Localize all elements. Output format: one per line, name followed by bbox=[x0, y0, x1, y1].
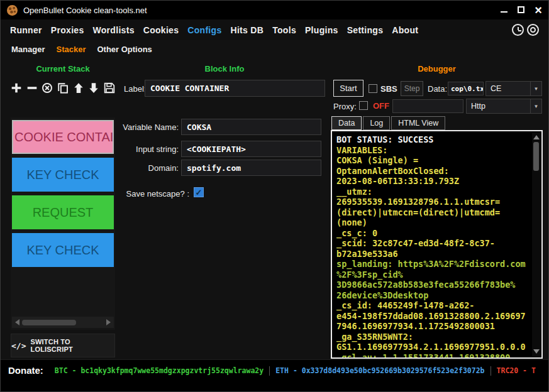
submenu-item-stacker[interactable]: Stacker bbox=[56, 45, 86, 54]
log-line: GS1.1.1696977934.2.1.1696977951.0.0.0 bbox=[336, 342, 537, 352]
data-caption: Data: bbox=[428, 84, 447, 94]
input-string-input[interactable]: <COOKIEPATH> bbox=[181, 141, 321, 157]
wordlist-type-value: CE bbox=[486, 84, 530, 93]
log-line: OptanonAlertBoxClosed: bbox=[336, 166, 537, 177]
submenu-item-manager[interactable]: Manager bbox=[11, 45, 45, 54]
log-line: b72a19e533a6 bbox=[336, 249, 537, 259]
add-block-icon[interactable] bbox=[11, 82, 22, 94]
stack-block-request[interactable]: REQUEST bbox=[12, 195, 114, 229]
log-line: sp_landing: https%3A%2F%2Fdiscord.com bbox=[336, 259, 537, 270]
start-button[interactable]: Start bbox=[333, 80, 363, 97]
cookie-app-icon bbox=[7, 5, 18, 16]
proxy-type-dropdown[interactable]: Http ▼ bbox=[466, 99, 542, 114]
scroll-left-icon[interactable] bbox=[15, 319, 19, 325]
submenu-item-other-options[interactable]: Other Options bbox=[97, 45, 152, 54]
tab-data[interactable]: Data bbox=[331, 116, 362, 130]
save-config-icon[interactable] bbox=[104, 82, 115, 94]
stack-block-label: KEY CHECK bbox=[26, 168, 99, 182]
scroll-up-icon[interactable] bbox=[533, 135, 540, 139]
debugger-header: Debugger bbox=[331, 64, 543, 74]
donate-bar: Donate: BTC - bc1qky3kfpmq7wwe55mdgzxpgz… bbox=[1, 359, 548, 391]
proxy-checkbox[interactable] bbox=[359, 101, 368, 110]
menu-item-configs[interactable]: Configs bbox=[187, 25, 221, 35]
block-label-input[interactable]: COOKIE CONTAINER bbox=[145, 80, 325, 97]
step-button[interactable]: Step bbox=[401, 81, 423, 96]
clone-block-icon[interactable] bbox=[57, 82, 69, 94]
switch-to-loliscript-label: SWITCH TO LOLISCRIPT bbox=[30, 338, 114, 353]
log-line: (none) bbox=[336, 217, 537, 228]
menu-item-settings[interactable]: Settings bbox=[347, 25, 384, 35]
tab-log[interactable]: Log bbox=[363, 116, 390, 130]
log-line: _cs_id: 4465249f-1478-a262- bbox=[336, 300, 537, 311]
stack-block-label: REQUEST bbox=[33, 205, 94, 220]
menu-item-about[interactable]: About bbox=[392, 25, 418, 35]
menu-item-plugins[interactable]: Plugins bbox=[305, 25, 338, 35]
divider bbox=[491, 366, 491, 376]
log-line: 2023-08-06T13:33:19.793Z bbox=[336, 176, 537, 187]
switch-to-loliscript-button[interactable]: </> SWITCH TO LOLISCRIPT bbox=[11, 334, 115, 357]
proxy-input[interactable] bbox=[392, 99, 463, 113]
menu-item-hits-db[interactable]: Hits DB bbox=[231, 25, 264, 35]
debugger-tabs: Data Log HTML View bbox=[331, 116, 445, 130]
log-line: e454-198f57ddad08.1691328800.2.169697 bbox=[336, 311, 537, 322]
screenshot-icon[interactable] bbox=[527, 24, 539, 36]
stack-block-label: KEY CHECK bbox=[26, 243, 99, 258]
move-down-icon[interactable] bbox=[88, 82, 99, 94]
sbs-label: SBS bbox=[380, 84, 397, 94]
configs-submenu: Manager Stacker Other Options bbox=[1, 40, 548, 58]
variable-name-input[interactable]: COKSA bbox=[181, 119, 321, 135]
proxy-caption: Proxy: bbox=[333, 102, 357, 111]
log-line: __utmz: bbox=[336, 187, 537, 197]
log-line: _scid: 32c87c47-ed3d-48f2-8c37- bbox=[336, 238, 537, 249]
label-caption: Label: bbox=[124, 84, 146, 94]
output-vertical-scrollbar[interactable] bbox=[532, 133, 540, 356]
scroll-right-icon[interactable] bbox=[106, 319, 111, 325]
stack-block-label: COOKIE CONTAINER bbox=[14, 130, 114, 144]
sbs-checkbox[interactable] bbox=[369, 84, 377, 93]
debugger-log: BOT STATUS: SUCCESS VARIABLES: COKSA (Si… bbox=[332, 131, 541, 357]
stack-block-key-check[interactable]: KEY CHECK bbox=[12, 158, 114, 192]
remove-block-icon[interactable] bbox=[26, 82, 38, 94]
log-line: 3D9866ac572a8b583e3feca55266f783be% bbox=[336, 280, 537, 290]
data-input[interactable]: cop\0.txt bbox=[448, 82, 484, 95]
domain-input[interactable]: spotify.com bbox=[181, 160, 321, 176]
eth-address[interactable]: ETH - 0x337d8d493e50bc952669b3029576f523… bbox=[275, 365, 484, 375]
scrollbar-thumb[interactable] bbox=[533, 142, 539, 171]
chevron-down-icon: ▼ bbox=[530, 99, 541, 113]
maximize-icon bbox=[518, 6, 524, 13]
move-up-icon[interactable] bbox=[73, 82, 84, 94]
stack-blocks: COOKIE CONTAINER KEY CHECK REQUEST KEY C… bbox=[12, 120, 114, 267]
maximize-button[interactable] bbox=[518, 4, 524, 16]
log-line: (direct)|utmccn=(direct)|utmcmd= bbox=[336, 207, 537, 218]
menu-item-wordlists[interactable]: Wordlists bbox=[93, 25, 135, 35]
code-icon: </> bbox=[11, 341, 26, 351]
scrollbar-thumb[interactable] bbox=[22, 320, 76, 325]
stack-block-key-check-2[interactable]: KEY CHECK bbox=[12, 233, 114, 267]
history-icon[interactable] bbox=[512, 24, 524, 36]
minimize-button[interactable] bbox=[501, 4, 507, 16]
donate-label: Donate: bbox=[8, 365, 43, 376]
menu-item-runner[interactable]: Runner bbox=[10, 25, 42, 35]
stack-block-cookie-container[interactable]: COOKIE CONTAINER bbox=[12, 120, 114, 154]
btc-address[interactable]: BTC - bc1qky3kfpmq7wwe55mdgzxpgzvtrj55zq… bbox=[55, 365, 263, 375]
menu-item-proxies[interactable]: Proxies bbox=[51, 25, 84, 35]
log-line: 269535539.1691328796.1.1.utmcsr= bbox=[336, 197, 537, 207]
tab-html-view[interactable]: HTML View bbox=[391, 116, 445, 130]
log-line: _gcl_au: 1.1.1551733441.1691328800 bbox=[336, 352, 537, 358]
close-button[interactable]: × bbox=[535, 4, 542, 16]
menu-item-tools[interactable]: Tools bbox=[272, 25, 296, 35]
openbullet-window: OpenBullet Cookie clean-tools.net × Runn… bbox=[0, 0, 549, 392]
clear-stack-icon[interactable] bbox=[42, 82, 53, 94]
wordlist-type-dropdown[interactable]: CE ▼ bbox=[485, 81, 542, 96]
log-line: 7946.1696977934.1.1725492800031 bbox=[336, 321, 537, 332]
menubar-icons bbox=[512, 24, 539, 36]
scroll-down-icon[interactable] bbox=[533, 349, 540, 354]
save-netscape-checkbox[interactable] bbox=[194, 187, 204, 197]
proxy-type-value: Http bbox=[467, 102, 530, 111]
stack-horizontal-scrollbar[interactable] bbox=[12, 317, 114, 328]
menu-item-cookies[interactable]: Cookies bbox=[143, 25, 179, 35]
trc20-address[interactable]: TRC20 - T bbox=[497, 365, 536, 375]
block-info-header: Block Info bbox=[124, 64, 325, 74]
divider bbox=[269, 366, 270, 376]
debugger-output: BOT STATUS: SUCCESS VARIABLES: COKSA (Si… bbox=[331, 130, 543, 359]
